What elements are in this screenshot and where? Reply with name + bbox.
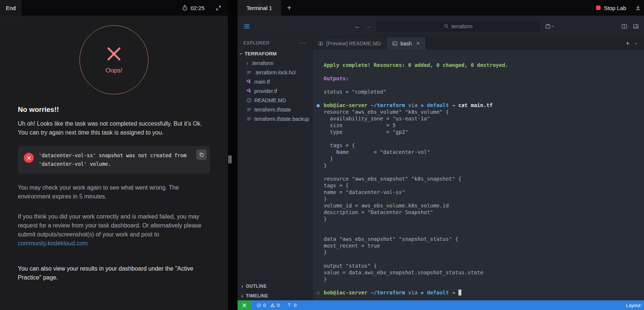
split-editor-icon[interactable] bbox=[621, 23, 627, 29]
community-link[interactable]: community.kodekloud.com bbox=[18, 240, 88, 246]
chevron-down-icon: › bbox=[550, 25, 556, 27]
sidebar-spacer bbox=[238, 123, 312, 281]
terminal-line: value = data.aws_ebs_snapshot.snapshot_s… bbox=[324, 269, 640, 276]
terminal-line bbox=[324, 95, 640, 102]
close-icon[interactable]: × bbox=[416, 40, 419, 47]
terminal-icon bbox=[392, 41, 398, 46]
titlebar-actions bbox=[621, 23, 639, 29]
copy-button[interactable] bbox=[196, 149, 207, 160]
right-topbar: Terminal 1 + Stop Lab bbox=[238, 0, 644, 16]
stop-lab-button[interactable]: Stop Lab bbox=[596, 5, 626, 11]
terminal-line: resource "aws_ebs_snapshot" "k8s_snapsho… bbox=[324, 175, 640, 182]
root-folder-name: TERRAFORM bbox=[245, 51, 277, 56]
chevron-down-icon[interactable]: › bbox=[634, 43, 639, 45]
menu-icon[interactable] bbox=[243, 23, 250, 30]
app-root: End 02:25 Oops! No worries!! Uh oh! Look… bbox=[0, 0, 644, 310]
terminal-line: Name = "datacenter-vol" bbox=[324, 149, 640, 155]
terminal-line: } bbox=[324, 276, 640, 282]
terminal-line bbox=[324, 68, 640, 75]
terminal-line: } bbox=[324, 155, 640, 162]
panel-splitter[interactable] bbox=[228, 0, 238, 310]
terminal-line bbox=[324, 169, 640, 175]
editor-tabbar: [Preview] README.MD bash × + › bbox=[313, 37, 644, 50]
terminal-line bbox=[324, 135, 640, 142]
remote-icon bbox=[242, 303, 247, 308]
oops-circle: Oops! bbox=[79, 25, 148, 94]
terminal-output[interactable]: Apply complete! Resources: 0 added, 0 ch… bbox=[313, 50, 644, 300]
end-tab[interactable]: End bbox=[0, 0, 22, 16]
terminal-1-tab[interactable]: Terminal 1 bbox=[238, 0, 281, 16]
splitter-drag-handle[interactable] bbox=[229, 155, 231, 164]
terminal-line: name = "datacenter-vol-ss" bbox=[324, 189, 640, 196]
preview-icon bbox=[318, 41, 323, 46]
explorer-header: EXPLORER ··· bbox=[238, 37, 312, 49]
tab-readme-preview[interactable]: [Preview] README.MD bbox=[313, 37, 387, 50]
timer-value: 02:25 bbox=[190, 5, 205, 11]
file-icon bbox=[246, 116, 252, 122]
chevron-right-icon: › bbox=[241, 293, 243, 298]
error-circle-icon bbox=[24, 153, 34, 163]
terminal-line: data "aws_ebs_snapshot" "snapshot_status… bbox=[324, 236, 640, 242]
file-row-lock-hcl[interactable]: .terraform.lock.hcl bbox=[238, 68, 312, 77]
remote-indicator[interactable] bbox=[238, 300, 251, 310]
file-name: .terraform.lock.hcl bbox=[254, 70, 295, 75]
stop-lab-label: Stop Lab bbox=[604, 5, 626, 11]
terminal-line: } bbox=[324, 196, 640, 202]
terminal-line bbox=[324, 82, 640, 88]
layout-label: Layout: bbox=[626, 303, 642, 308]
terminal-line: resource "aws_ebs_volume" "k8s_volume" { bbox=[324, 109, 640, 115]
download-icon[interactable] bbox=[635, 5, 641, 11]
error-box: 'datacenter-vol-ss' snapshot was not cre… bbox=[18, 146, 210, 174]
error-message: 'datacenter-vol-ss' snapshot was not cre… bbox=[39, 151, 204, 168]
explorer-title: EXPLORER bbox=[243, 41, 269, 46]
timeline-section[interactable]: › TIMELINE bbox=[238, 291, 312, 300]
warning-triangle-icon bbox=[270, 303, 275, 308]
workspace-switcher[interactable]: › bbox=[545, 23, 554, 29]
left-topbar: End 02:25 bbox=[0, 0, 228, 16]
file-name: terraform.tfstate bbox=[254, 107, 291, 113]
file-row-tfstate[interactable]: terraform.tfstate bbox=[238, 105, 312, 114]
terminal-line: tags = { bbox=[324, 142, 640, 149]
chevron-right-icon: › bbox=[246, 60, 248, 66]
file-row-dot-terraform[interactable]: › .terraform bbox=[238, 58, 312, 68]
terminal-line: Outputs: bbox=[324, 75, 640, 82]
tab-bash[interactable]: bash × bbox=[387, 37, 426, 50]
result-heading: No worries!! bbox=[18, 106, 210, 114]
file-row-readme[interactable]: README.MD bbox=[238, 96, 312, 105]
ports-count[interactable]: 0 bbox=[285, 303, 298, 308]
more-actions-icon[interactable]: ··· bbox=[299, 40, 306, 46]
layout-indicator[interactable]: Layout: bbox=[626, 303, 642, 308]
terminal-line: ●bob@iac-server ~/terraform via ◈ defaul… bbox=[324, 102, 640, 109]
terminal-line bbox=[324, 256, 640, 262]
folder-terraform[interactable]: › TERRAFORM bbox=[238, 49, 312, 58]
terraform-icon bbox=[246, 79, 252, 84]
terminal-line: } bbox=[324, 249, 640, 256]
file-row-provider-tf[interactable]: provider.tf bbox=[238, 86, 312, 96]
errors-count[interactable]: 0 bbox=[255, 303, 268, 308]
command-search-input[interactable]: terraform bbox=[377, 22, 540, 31]
file-row-main-tf[interactable]: main.tf bbox=[238, 77, 312, 86]
x-mark-icon bbox=[105, 45, 122, 62]
file-icon bbox=[246, 70, 252, 75]
ports-value: 0 bbox=[294, 303, 296, 308]
terminal-line: tags = { bbox=[324, 182, 640, 189]
chevron-down-icon: › bbox=[239, 53, 244, 55]
file-name: terraform.tfstate.backup bbox=[254, 116, 309, 122]
back-arrow-icon[interactable]: ← bbox=[354, 23, 361, 30]
command-center: ← → terraform › bbox=[354, 22, 554, 31]
explorer-sidebar: EXPLORER ··· › TERRAFORM › .terraform bbox=[238, 37, 313, 300]
terminal-line bbox=[324, 282, 640, 289]
chevron-right-icon: › bbox=[241, 283, 243, 289]
terminal-line: description = "Datacenter Snapshot" bbox=[324, 209, 640, 216]
outline-section[interactable]: › OUTLINE bbox=[238, 281, 312, 291]
terminal-line: size = 5 bbox=[324, 122, 640, 129]
new-tab-icon[interactable]: + bbox=[625, 40, 630, 48]
ports-broadcast-icon bbox=[287, 303, 292, 308]
file-row-tfstate-backup[interactable]: terraform.tfstate.backup bbox=[238, 114, 312, 123]
warnings-count[interactable]: 0 bbox=[268, 303, 281, 308]
warnings-value: 0 bbox=[277, 303, 279, 308]
add-terminal-button[interactable]: + bbox=[287, 4, 291, 12]
layout-icon[interactable] bbox=[633, 23, 639, 29]
expand-icon[interactable] bbox=[216, 5, 221, 11]
forward-arrow-icon[interactable]: → bbox=[366, 23, 372, 30]
